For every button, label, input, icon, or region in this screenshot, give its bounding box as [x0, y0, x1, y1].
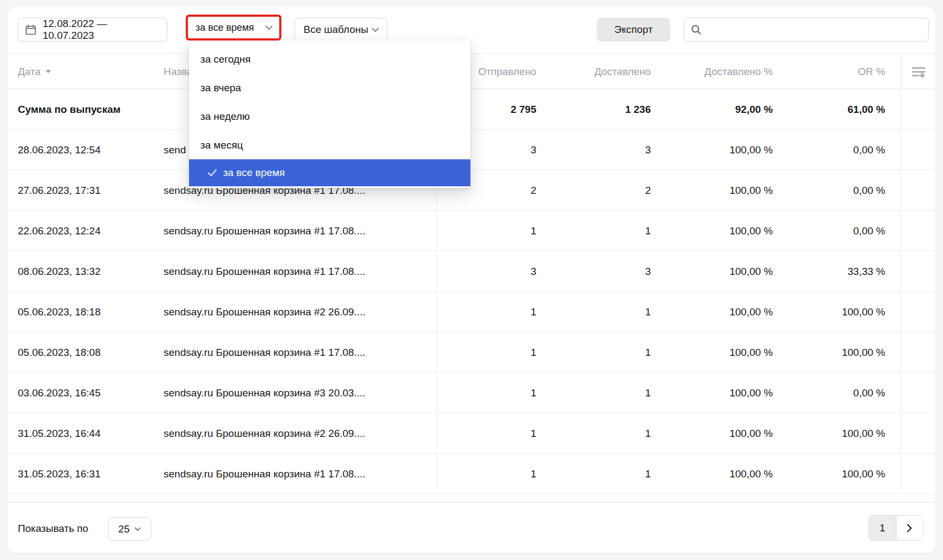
row-sent: 1 [437, 225, 539, 237]
period-dropdown-item[interactable]: за неделю [189, 102, 470, 131]
column-header-date[interactable]: Дата [18, 66, 164, 78]
table-header: Дата Название Отправлено Доставлено Дост… [8, 53, 935, 89]
manage-columns-button[interactable] [901, 53, 935, 90]
summary-label: Сумма по выпускам [18, 104, 164, 116]
period-dropdown-item[interactable]: за вчера [189, 73, 470, 102]
row-or-pct: 0,00 % [776, 185, 888, 197]
date-range-picker[interactable]: 12.08.2022 — 10.07.2023 [18, 18, 167, 42]
mailing-statistics-page: 12.08.2022 — 10.07.2023 за все время Все… [0, 0, 943, 560]
chevron-down-icon [265, 25, 273, 30]
row-date: 31.05.2023, 16:44 [18, 428, 164, 440]
period-select-value: за все время [196, 22, 254, 33]
row-date: 05.06.2023, 18:08 [18, 347, 164, 359]
date-range-value: 12.08.2022 — 10.07.2023 [43, 18, 160, 42]
period-dropdown-item[interactable]: за все время [189, 159, 470, 186]
row-name: sendsay.ru Брошенная корзина #3 20.03...… [164, 373, 437, 413]
row-or-pct: 100,00 % [776, 347, 888, 359]
page-size-select[interactable]: 25 [108, 517, 151, 541]
page-size-label: Показывать по [18, 523, 88, 535]
search-input[interactable] [707, 18, 922, 41]
row-delivered-pct: 100,00 % [654, 306, 776, 318]
row-delivered-pct: 100,00 % [654, 185, 776, 197]
row-sent: 3 [437, 266, 539, 278]
row-sent: 1 [437, 468, 539, 480]
pagination-next-button[interactable] [897, 516, 924, 540]
row-or-pct: 0,00 % [776, 387, 888, 399]
row-sent: 1 [437, 347, 539, 359]
chevron-down-icon [134, 527, 141, 531]
row-delivered-pct: 100,00 % [654, 144, 776, 156]
row-or-pct: 100,00 % [776, 306, 888, 318]
row-or-pct: 100,00 % [776, 428, 888, 440]
calendar-icon [25, 24, 37, 36]
row-delivered: 1 [539, 468, 654, 480]
statistics-panel: 12.08.2022 — 10.07.2023 за все время Все… [8, 6, 935, 553]
row-sent: 1 [437, 306, 539, 318]
annotation-highlight: за все время [186, 15, 281, 41]
search-field [684, 18, 929, 42]
row-delivered-pct: 100,00 % [654, 428, 776, 440]
period-select[interactable]: за все время [188, 17, 279, 38]
row-delivered: 3 [539, 144, 654, 156]
check-icon [206, 167, 218, 179]
column-header-delivered-pct[interactable]: Доставлено % [654, 66, 776, 78]
row-sent: 1 [437, 428, 539, 440]
table-row[interactable]: 08.06.2023, 13:32 sendsay.ru Брошенная к… [8, 251, 935, 292]
row-name: sendsay.ru Брошенная корзина #1 17.08...… [164, 332, 437, 373]
row-date: 31.05.2023, 16:31 [18, 468, 164, 480]
row-date: 28.06.2023, 12:54 [18, 144, 164, 156]
export-button[interactable]: Экспорт [597, 18, 670, 42]
row-name: sendsay.ru Брошенная корзина #1 17.08...… [164, 211, 437, 251]
period-dropdown-item[interactable]: за сегодня [189, 45, 470, 73]
row-delivered-pct: 100,00 % [654, 225, 776, 237]
table-row[interactable]: 05.06.2023, 18:08 sendsay.ru Брошенная к… [8, 332, 935, 373]
row-delivered: 3 [539, 266, 654, 278]
page-size-value: 25 [118, 523, 130, 535]
row-delivered-pct: 100,00 % [654, 347, 776, 359]
row-delivered: 2 [539, 185, 654, 197]
row-delivered: 1 [539, 347, 654, 359]
table-footer: Показывать по 25 1 [8, 502, 935, 553]
pagination-page-1[interactable]: 1 [869, 516, 897, 540]
period-dropdown-item[interactable]: за месяц [189, 131, 470, 159]
templates-select-value: Все шаблоны [304, 24, 368, 36]
table-row[interactable]: 27.06.2023, 17:31 sendsay.ru Брошенная к… [8, 170, 935, 211]
row-name: sendsay.ru Брошенная корзина #1 17.08...… [164, 251, 437, 292]
row-or-pct: 100,00 % [776, 468, 888, 480]
table-row[interactable]: 05.06.2023, 18:18 sendsay.ru Брошенная к… [8, 292, 935, 332]
row-delivered-pct: 100,00 % [654, 387, 776, 399]
row-sent: 1 [437, 387, 539, 399]
table-row[interactable]: 22.06.2023, 12:24 sendsay.ru Брошенная к… [8, 211, 935, 251]
row-name: sendsay.ru Брошенная корзина #1 17.08...… [164, 454, 437, 494]
row-or-pct: 0,00 % [776, 225, 888, 237]
column-header-or-pct[interactable]: OR % [776, 66, 888, 78]
chevron-right-icon [907, 524, 912, 532]
column-header-delivered[interactable]: Доставлено [539, 66, 654, 78]
summary-row: Сумма по выпускам 2 795 1 236 92,00 % 61… [8, 89, 935, 130]
row-delivered: 1 [539, 306, 654, 318]
table-row[interactable]: 31.05.2023, 16:44 sendsay.ru Брошенная к… [8, 413, 935, 454]
row-name: sendsay.ru Брошенная корзина #2 26.09...… [164, 292, 437, 332]
manage-columns-icon [912, 66, 926, 78]
row-date: 22.06.2023, 12:24 [18, 225, 164, 237]
row-delivered: 1 [539, 225, 654, 237]
row-or-pct: 33,33 % [776, 266, 888, 278]
table-body: Сумма по выпускам 2 795 1 236 92,00 % 61… [8, 89, 935, 494]
row-date: 03.06.2023, 16:45 [18, 387, 164, 399]
table-row[interactable]: 28.06.2023, 12:54 send 3 3 100,00 % 0,00… [8, 130, 935, 170]
row-delivered: 1 [539, 387, 654, 399]
row-date: 27.06.2023, 17:31 [18, 185, 164, 197]
row-name: sendsay.ru Брошенная корзина #2 26.09...… [164, 413, 437, 454]
sort-desc-icon [45, 70, 51, 73]
row-delivered-pct: 100,00 % [654, 468, 776, 480]
table-row[interactable]: 03.06.2023, 16:45 sendsay.ru Брошенная к… [8, 373, 935, 413]
row-delivered: 1 [539, 428, 654, 440]
table-row[interactable]: 31.05.2023, 16:31 sendsay.ru Брошенная к… [8, 454, 935, 494]
row-or-pct: 0,00 % [776, 144, 888, 156]
search-icon [691, 24, 702, 35]
row-delivered-pct: 100,00 % [654, 266, 776, 278]
pagination: 1 [868, 515, 924, 541]
row-date: 08.06.2023, 13:32 [18, 266, 164, 278]
templates-select[interactable]: Все шаблоны [294, 18, 387, 42]
period-dropdown-menu: за сегодня за вчера за неделю за месяц з… [189, 41, 470, 188]
